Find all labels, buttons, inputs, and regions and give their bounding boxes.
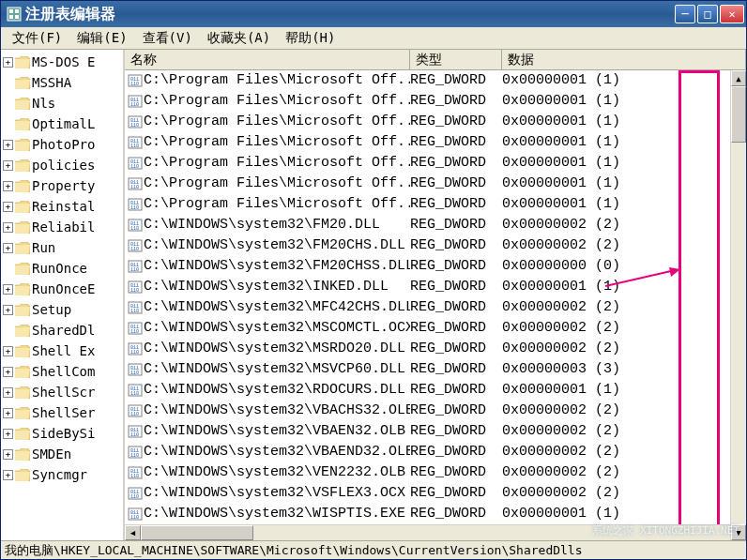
table-row[interactable]: 011110C:\WINDOWS\system32\FM20.DLLREG_DW…: [125, 215, 746, 235]
expander-icon[interactable]: +: [3, 449, 13, 460]
table-row[interactable]: 011110C:\Program Files\Microsoft Off...R…: [125, 70, 746, 91]
table-row[interactable]: 011110C:\WINDOWS\system32\MFC42CHS.DLLRE…: [125, 297, 746, 318]
table-row[interactable]: 011110C:\WINDOWS\system32\VBAEN32.OLBREG…: [125, 421, 746, 442]
table-row[interactable]: 011110C:\Program Files\Microsoft Off...R…: [125, 112, 746, 132]
expander-icon[interactable]: +: [3, 140, 13, 150]
tree-item[interactable]: Nls: [1, 93, 123, 114]
scroll-down-button[interactable]: ▼: [731, 524, 746, 540]
close-button[interactable]: ✕: [720, 5, 744, 23]
menu-help[interactable]: 帮助(H): [278, 28, 343, 49]
expander-icon[interactable]: +: [3, 387, 13, 398]
menu-favorites[interactable]: 收藏夹(A): [200, 28, 278, 49]
expander-icon[interactable]: +: [3, 408, 13, 418]
tree-item[interactable]: SharedDl: [1, 320, 123, 341]
tree-pane[interactable]: +MS-DOS EMSSHANlsOptimalL+PhotoPro+polic…: [1, 50, 125, 540]
tree-item[interactable]: +Setup: [1, 299, 123, 320]
table-row[interactable]: 011110C:\Program Files\Microsoft Off...R…: [125, 194, 746, 215]
cell-type: REG_DWORD: [410, 504, 502, 524]
titlebar[interactable]: 注册表编辑器 ─ □ ✕: [1, 1, 746, 27]
cell-type: REG_DWORD: [410, 462, 502, 483]
expander-icon[interactable]: +: [3, 284, 13, 295]
tree-item[interactable]: +SMDEn: [1, 444, 123, 464]
table-row[interactable]: 011110C:\WINDOWS\system32\MSVCP60.DLLREG…: [125, 359, 746, 380]
expander-icon[interactable]: +: [3, 346, 13, 356]
tree-item[interactable]: +Shell Ex: [1, 341, 123, 361]
table-row[interactable]: 011110C:\Program Files\Microsoft Off...R…: [125, 153, 746, 174]
col-data[interactable]: 数据: [502, 50, 746, 69]
expander-icon[interactable]: +: [3, 429, 13, 439]
folder-icon: [15, 325, 30, 337]
horizontal-scrollbar[interactable]: ◀ ▶: [125, 524, 746, 540]
list-body[interactable]: 011110C:\Program Files\Microsoft Off...R…: [125, 70, 746, 524]
tree-item[interactable]: +Reinstal: [1, 196, 123, 217]
tree-item[interactable]: +Run: [1, 237, 123, 258]
menu-view[interactable]: 查看(V): [135, 28, 200, 49]
cell-type: REG_DWORD: [410, 256, 502, 277]
vertical-scrollbar[interactable]: ▲ ▼: [730, 70, 746, 540]
cell-data: 0x00000001 (1): [502, 132, 746, 153]
table-row[interactable]: 011110C:\WINDOWS\system32\VBACHS32.OLBRE…: [125, 401, 746, 421]
table-row[interactable]: 011110C:\WINDOWS\system32\INKED.DLLREG_D…: [125, 277, 746, 297]
tree-item[interactable]: +policies: [1, 155, 123, 175]
tree-label: ShellSer: [32, 405, 95, 420]
expander-icon[interactable]: +: [3, 57, 13, 68]
tree-item[interactable]: OptimalL: [1, 114, 123, 134]
tree-item[interactable]: +Reliabil: [1, 217, 123, 237]
table-row[interactable]: 011110C:\WINDOWS\system32\VSFLEX3.OCXREG…: [125, 483, 746, 504]
table-row[interactable]: 011110C:\WINDOWS\system32\RDOCURS.DLLREG…: [125, 380, 746, 401]
expander-icon[interactable]: +: [3, 202, 13, 212]
expander-icon[interactable]: +: [3, 470, 13, 480]
tree-item[interactable]: +PhotoPro: [1, 134, 123, 155]
list-pane: 名称 类型 数据 011110C:\Program Files\Microsof…: [125, 50, 746, 540]
scroll-up-button[interactable]: ▲: [731, 70, 746, 86]
expander-icon[interactable]: +: [3, 243, 13, 253]
table-row[interactable]: 011110C:\WINDOWS\system32\WISPTIS.EXEREG…: [125, 504, 746, 524]
hscroll-thumb[interactable]: [141, 525, 253, 540]
tree-item[interactable]: RunOnce: [1, 258, 123, 279]
cell-name: C:\WINDOWS\system32\FM20CHSS.DLL: [144, 256, 410, 277]
table-row[interactable]: 011110C:\WINDOWS\system32\FM20CHS.DLLREG…: [125, 235, 746, 256]
minimize-button[interactable]: ─: [675, 5, 695, 23]
dword-icon: 011110: [127, 218, 144, 233]
table-row[interactable]: 011110C:\WINDOWS\system32\VEN2232.OLBREG…: [125, 462, 746, 483]
menu-file[interactable]: 文件(F): [5, 28, 69, 49]
dword-icon: 011110: [127, 300, 144, 315]
tree-label: RunOnce: [32, 261, 87, 276]
tree-item[interactable]: +MS-DOS E: [1, 52, 123, 72]
table-row[interactable]: 011110C:\Program Files\Microsoft Off...R…: [125, 132, 746, 153]
expander-icon[interactable]: +: [3, 222, 13, 233]
expander-icon[interactable]: +: [3, 181, 13, 191]
tree-item[interactable]: MSSHA: [1, 72, 123, 93]
cell-type: REG_DWORD: [410, 380, 502, 401]
tree-item[interactable]: +ShellSer: [1, 402, 123, 423]
folder-icon: [15, 56, 30, 68]
menu-edit[interactable]: 编辑(E): [69, 28, 134, 49]
table-row[interactable]: 011110C:\Program Files\Microsoft Off...R…: [125, 91, 746, 112]
scroll-thumb[interactable]: [731, 86, 746, 143]
tree-item[interactable]: +ShellScr: [1, 382, 123, 402]
table-row[interactable]: 011110C:\Program Files\Microsoft Off...R…: [125, 174, 746, 194]
expander-icon[interactable]: +: [3, 305, 13, 315]
col-type[interactable]: 类型: [410, 50, 502, 69]
table-row[interactable]: 011110C:\WINDOWS\system32\VBAEND32.OLBRE…: [125, 442, 746, 462]
scroll-left-button[interactable]: ◀: [125, 525, 141, 540]
col-name[interactable]: 名称: [125, 50, 410, 69]
svg-rect-3: [9, 15, 13, 19]
tree-label: Setup: [32, 302, 71, 317]
cell-type: REG_DWORD: [410, 70, 502, 91]
table-row[interactable]: 011110C:\WINDOWS\system32\MSCOMCTL.OCXRE…: [125, 318, 746, 339]
tree-item[interactable]: +SideBySi: [1, 423, 123, 444]
statusbar: 我的电脑\HKEY_LOCAL_MACHINE\SOFTWARE\Microso…: [1, 540, 746, 559]
tree-item[interactable]: +RunOnceE: [1, 279, 123, 299]
tree-item[interactable]: +ShellCom: [1, 361, 123, 382]
maximize-button[interactable]: □: [697, 5, 718, 23]
folder-icon: [15, 159, 30, 172]
expander-icon[interactable]: +: [3, 160, 13, 171]
tree-item[interactable]: +Property: [1, 175, 123, 196]
tree-item[interactable]: +Syncmgr: [1, 464, 123, 485]
cell-type: REG_DWORD: [410, 112, 502, 132]
dword-icon: 011110: [127, 383, 144, 398]
table-row[interactable]: 011110C:\WINDOWS\system32\MSRDO20.DLLREG…: [125, 339, 746, 359]
expander-icon[interactable]: +: [3, 367, 13, 377]
table-row[interactable]: 011110C:\WINDOWS\system32\FM20CHSS.DLLRE…: [125, 256, 746, 277]
